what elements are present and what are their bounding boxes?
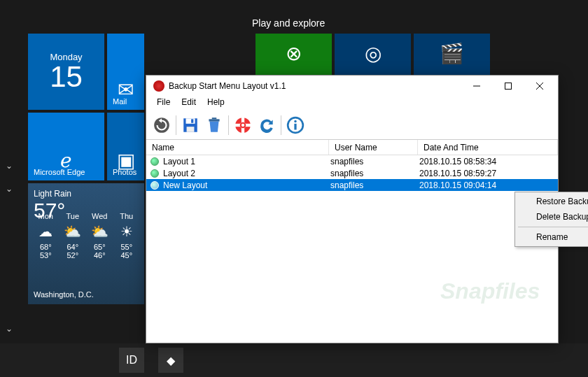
list-body: Layout 1snapfiles2018.10.15 08:58:34Layo… — [146, 155, 558, 343]
maximize-button[interactable] — [492, 76, 524, 96]
svg-rect-9 — [191, 119, 193, 122]
titlebar[interactable]: Backup Start Menu Layout v1.1 — [146, 76, 558, 97]
weather-forecast-row: Mon☁68°53° Tue⛅64°52° Wed⛅65°46° Thu☀55°… — [34, 229, 139, 241]
photos-tile[interactable]: ▣ Photos — [107, 113, 144, 180]
xbox-icon: ⊗ — [286, 42, 302, 65]
weather-tile[interactable]: Light Rain 57° Mon☁68°53° Tue⛅64°52° Wed… — [28, 183, 144, 304]
menu-help[interactable]: Help — [202, 97, 230, 111]
column-name[interactable]: Name — [146, 140, 329, 155]
row-name: Layout 2 — [162, 169, 329, 178]
music-tile[interactable]: ◎ — [335, 34, 411, 76]
taskbar-app-1[interactable]: ID — [119, 348, 144, 373]
minimize-button[interactable] — [461, 76, 492, 96]
weather-city: Washington, D.C. — [34, 290, 94, 299]
table-row[interactable]: New Layoutsnapfiles2018.10.15 09:04:14 — [146, 179, 558, 191]
app-window: Backup Start Menu Layout v1.1 File Edit … — [146, 75, 559, 343]
taskbar-app-2[interactable]: ◆ — [158, 348, 183, 373]
row-name: New Layout — [162, 180, 329, 190]
svg-rect-11 — [212, 118, 217, 119]
row-user: snapfiles — [329, 157, 418, 166]
photos-label: Photos — [113, 168, 136, 176]
cloud-icon: ☁ — [35, 223, 57, 240]
menu-file[interactable]: File — [152, 97, 175, 111]
menu-edit[interactable]: Edit — [176, 97, 201, 111]
svg-point-20 — [294, 120, 296, 122]
chevron-down-icon[interactable]: ⌄ — [6, 184, 13, 194]
svg-rect-1 — [505, 83, 511, 90]
row-date: 2018.10.15 08:58:34 — [418, 157, 558, 166]
toolbar — [146, 111, 558, 140]
row-user: snapfiles — [329, 169, 418, 178]
row-bullet-icon — [150, 169, 159, 178]
calendar-tile[interactable]: Monday 15 — [28, 34, 104, 110]
xbox-tile[interactable]: ⊗ — [255, 34, 332, 76]
weather-condition: Light Rain — [34, 189, 139, 199]
svg-rect-8 — [187, 127, 195, 132]
clapper-icon: 🎬 — [440, 42, 464, 65]
save-button[interactable] — [179, 114, 202, 136]
row-user: snapfiles — [329, 180, 418, 190]
video-tile[interactable]: 🎬 — [414, 34, 490, 76]
context-menu-item[interactable]: Restore Backup — [517, 194, 588, 209]
window-title: Backup Start Menu Layout v1.1 — [169, 81, 286, 91]
sun-icon: ☀ — [116, 223, 138, 240]
mail-tile[interactable]: ✉ Mail — [107, 34, 144, 110]
svg-point-17 — [241, 123, 244, 126]
delete-button[interactable] — [203, 114, 225, 136]
context-menu-item[interactable]: Delete BackupDel — [517, 209, 588, 225]
menubar: File Edit Help — [146, 97, 558, 111]
restore-button[interactable] — [232, 114, 254, 136]
edge-label: Microsoft Edge — [34, 168, 85, 176]
row-date: 2018.10.15 08:59:27 — [418, 169, 558, 178]
start-section-header: Play and explore — [252, 17, 325, 29]
svg-rect-19 — [294, 123, 296, 129]
calendar-date: 15 — [50, 62, 83, 92]
svg-rect-7 — [186, 118, 195, 124]
taskbar: ID ◆ — [0, 343, 588, 377]
partly-cloudy-icon: ⛅ — [62, 223, 84, 240]
row-date: 2018.10.15 09:04:14 — [418, 180, 558, 190]
table-row[interactable]: Layout 1snapfiles2018.10.15 08:58:34 — [146, 155, 558, 167]
row-bullet-icon — [150, 181, 159, 190]
close-button[interactable] — [524, 76, 555, 96]
app-icon — [153, 80, 164, 92]
context-menu-item[interactable]: RenameF2 — [517, 229, 588, 245]
svg-rect-10 — [209, 119, 219, 121]
chevron-down-icon[interactable]: ⌄ — [6, 161, 13, 171]
context-menu: Restore BackupDelete BackupDelRenameF2 — [514, 192, 588, 247]
about-button[interactable] — [284, 114, 307, 136]
edge-tile[interactable]: ℯ Microsoft Edge — [28, 113, 104, 180]
backup-button[interactable] — [150, 114, 173, 136]
partly-cloudy-icon: ⛅ — [89, 223, 111, 240]
chevron-down-icon[interactable]: ⌄ — [6, 324, 13, 334]
row-name: Layout 1 — [162, 157, 329, 166]
mail-label: Mail — [113, 97, 127, 106]
column-date[interactable]: Date And Time — [418, 140, 558, 155]
list-header: Name User Name Date And Time — [146, 140, 558, 155]
row-bullet-icon — [150, 157, 159, 166]
disc-icon: ◎ — [365, 42, 382, 65]
table-row[interactable]: Layout 2snapfiles2018.10.15 08:59:27 — [146, 167, 558, 179]
menu-divider — [518, 227, 588, 227]
column-user[interactable]: User Name — [329, 140, 418, 155]
refresh-button[interactable] — [255, 114, 278, 136]
